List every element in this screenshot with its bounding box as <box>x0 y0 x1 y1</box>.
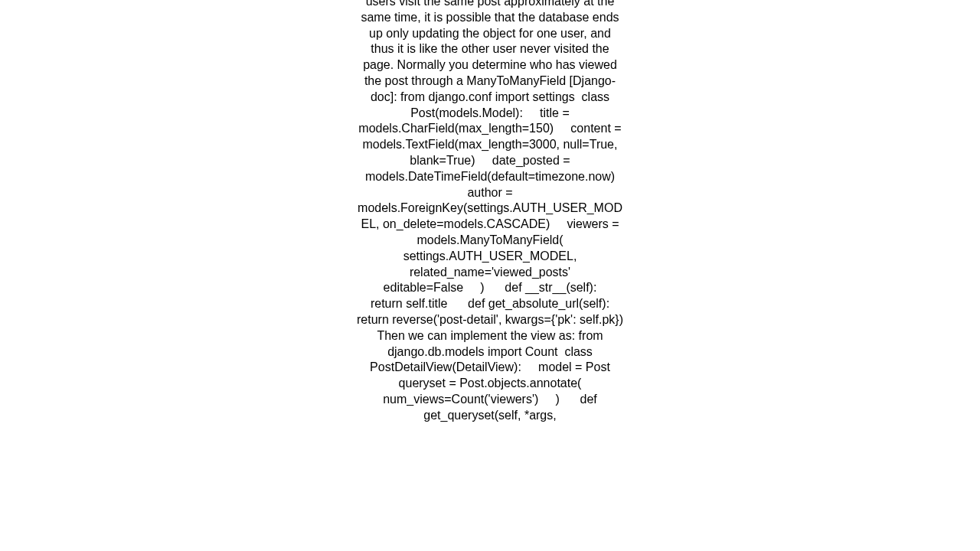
body-text: users visit the same post approximately … <box>356 0 624 424</box>
content-wrapper: users visit the same post approximately … <box>356 0 624 424</box>
